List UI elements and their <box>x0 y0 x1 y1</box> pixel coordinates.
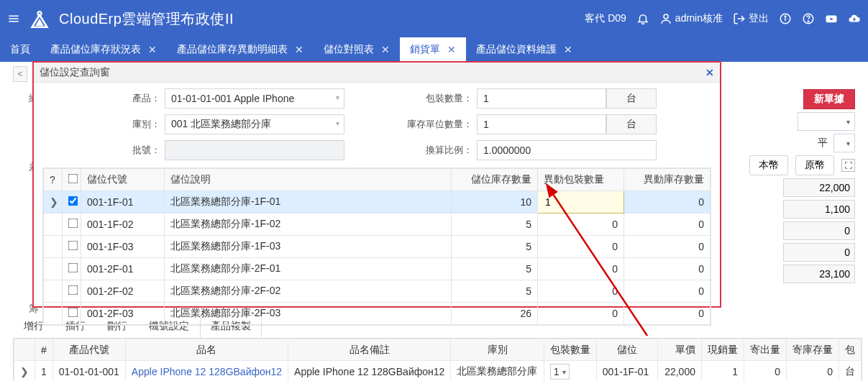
hamburger-icon[interactable] <box>7 12 20 25</box>
bin-code: 001-1F-01 <box>81 191 165 214</box>
col-store-qty[interactable]: 寄庫存量 <box>786 339 839 361</box>
row-checkbox[interactable] <box>68 263 78 273</box>
flat-label: 平 <box>818 137 828 150</box>
row-checkbox[interactable] <box>68 196 78 206</box>
right-panel: 新單據 平 本幣 原幣 ⛶ <box>749 89 855 283</box>
close-icon[interactable]: ✕ <box>447 44 456 55</box>
local-currency-button[interactable]: 本幣 <box>749 155 788 175</box>
svg-point-8 <box>808 21 809 22</box>
wh-label: 庫別： <box>42 118 165 131</box>
col-code[interactable]: 產品代號 <box>52 339 125 361</box>
lot-input[interactable] <box>165 140 344 160</box>
tab-bin-maintain[interactable]: 產品儲位資料維護✕ <box>466 37 583 62</box>
svg-point-3 <box>664 14 668 19</box>
cell-wh: 北區業務總部分庫 <box>451 361 544 382</box>
expand-icon[interactable]: ⛶ <box>841 159 855 172</box>
table-row[interactable]: ❯ 001-1F-01 北區業務總部分庫-1F-01 10 0 <box>44 191 711 214</box>
table-row[interactable]: ❯ 1 01-01-01-001 Apple IPhone 12 128GBай… <box>14 361 862 382</box>
col-name[interactable]: 品名 <box>125 339 288 361</box>
customer-label[interactable]: 客代 D09 <box>585 12 626 25</box>
bell-icon[interactable] <box>636 12 649 25</box>
table-row[interactable]: 001-1F-02 北區業務總部分庫-1F-02 5 0 0 <box>44 214 711 236</box>
bin-code: 001-2F-01 <box>81 258 165 280</box>
col-bin-code[interactable]: 儲位代號 <box>81 169 165 191</box>
inv-qty-field[interactable]: 1 <box>477 114 606 134</box>
row-checkbox[interactable] <box>68 241 78 251</box>
pack-qty-field[interactable]: 1 <box>477 88 606 109</box>
video-icon[interactable] <box>825 12 838 25</box>
cell-store-qty: 0 <box>786 361 839 382</box>
pack-move[interactable]: 0 <box>538 214 624 236</box>
col-now-sales[interactable]: 現銷量 <box>701 339 744 361</box>
row-checkbox[interactable] <box>68 219 78 229</box>
col-note[interactable]: 品名備註 <box>288 339 451 361</box>
bin-qty: 5 <box>452 214 538 236</box>
help-icon[interactable] <box>802 12 815 25</box>
pack-move[interactable]: 0 <box>538 303 624 325</box>
bin-lookup-modal: 儲位設定查詢窗 ✕ 產品： 01-01-01-001 Apple IPhone … <box>32 61 721 308</box>
expand-icon[interactable]: ❯ <box>44 191 63 214</box>
cell-code: 01-01-01-001 <box>52 361 125 382</box>
col-wh[interactable]: 庫別 <box>451 339 544 361</box>
close-icon[interactable]: ✕ <box>148 44 157 55</box>
cloud-download-icon[interactable] <box>848 12 861 25</box>
tab-bin-map[interactable]: 儲位對照表✕ <box>314 37 400 62</box>
ratio-field[interactable]: 1.0000000 <box>477 140 657 160</box>
table-row[interactable]: 001-2F-01 北區業務總部分庫-2F-01 5 0 0 <box>44 258 711 280</box>
col-bin-qty[interactable]: 儲位庫存數量 <box>452 169 538 191</box>
pack-move[interactable]: 0 <box>538 280 624 303</box>
svg-point-6 <box>785 16 786 17</box>
col-idx[interactable]: # <box>35 339 53 361</box>
amount-field[interactable] <box>783 265 855 283</box>
amount-field[interactable] <box>783 221 855 240</box>
tab-stock-status[interactable]: 產品儲位庫存狀況表✕ <box>40 37 167 62</box>
expand-icon[interactable]: ❯ <box>14 361 35 382</box>
col-bin[interactable]: 儲位 <box>596 339 657 361</box>
col-out-qty[interactable]: 寄出量 <box>744 339 786 361</box>
orig-currency-button[interactable]: 原幣 <box>795 155 834 175</box>
row-checkbox[interactable] <box>68 308 78 318</box>
col-pack-qty[interactable]: 包裝數量 <box>544 339 596 361</box>
table-row[interactable]: 001-1F-03 北區業務總部分庫-1F-03 5 0 0 <box>44 236 711 258</box>
cell-name-link[interactable]: Apple IPhone 12 128GBайфон12 <box>125 361 288 382</box>
amount-field[interactable] <box>783 243 855 262</box>
close-icon[interactable]: ✕ <box>705 67 714 78</box>
close-icon[interactable]: ✕ <box>564 44 572 55</box>
dropdown-field[interactable] <box>833 134 855 152</box>
pack-move[interactable]: 0 <box>538 258 624 280</box>
close-icon[interactable]: ✕ <box>295 44 303 55</box>
new-document-button[interactable]: 新單據 <box>803 89 855 109</box>
cell-bin: 001-1F-01 <box>596 361 657 382</box>
pack-move-input[interactable] <box>538 191 624 214</box>
product-label: 產品： <box>42 92 165 105</box>
table-row[interactable]: 001-2F-03 北區業務總部分庫-2F-03 26 0 0 <box>44 303 711 325</box>
col-pack-move[interactable]: 異動包裝數量 <box>538 169 624 191</box>
tab-home[interactable]: 首頁 <box>0 37 40 62</box>
col-bin-desc[interactable]: 儲位說明 <box>165 169 452 191</box>
row-checkbox[interactable] <box>68 285 78 295</box>
select-all-checkbox[interactable] <box>63 169 81 191</box>
tab-sales-order[interactable]: 銷貨單✕ <box>400 37 466 62</box>
bin-desc: 北區業務總部分庫-2F-01 <box>165 258 452 280</box>
inv-move: 0 <box>624 236 711 258</box>
bin-desc: 北區業務總部分庫-1F-03 <box>165 236 452 258</box>
tab-stock-move-detail[interactable]: 產品儲位庫存異動明細表✕ <box>167 37 314 62</box>
product-select[interactable]: 01-01-01-001 Apple IPhone <box>165 88 344 109</box>
cell-pack-qty[interactable]: 1 <box>544 361 596 382</box>
close-icon[interactable]: ✕ <box>381 44 390 55</box>
amount-field[interactable] <box>783 200 855 219</box>
amount-field[interactable] <box>783 178 855 197</box>
logout-link[interactable]: 登出 <box>733 12 769 25</box>
info-icon[interactable] <box>779 12 792 25</box>
user-badge[interactable]: admin核准 <box>659 12 723 25</box>
warehouse-select[interactable]: 001 北區業務總部分庫 <box>165 114 344 134</box>
pack-move[interactable]: 0 <box>538 236 624 258</box>
col-price[interactable]: 單價 <box>658 339 702 361</box>
pager-prev[interactable]: < <box>13 66 27 82</box>
bin-code: 001-2F-02 <box>81 280 165 303</box>
table-row[interactable]: 001-2F-02 北區業務總部分庫-2F-02 5 0 0 <box>44 280 711 303</box>
help-header-icon[interactable]: ? <box>44 169 63 191</box>
dropdown-field[interactable] <box>798 112 855 131</box>
col-inv-move[interactable]: 異動庫存數量 <box>624 169 711 191</box>
col-unit[interactable]: 包 <box>839 339 861 361</box>
